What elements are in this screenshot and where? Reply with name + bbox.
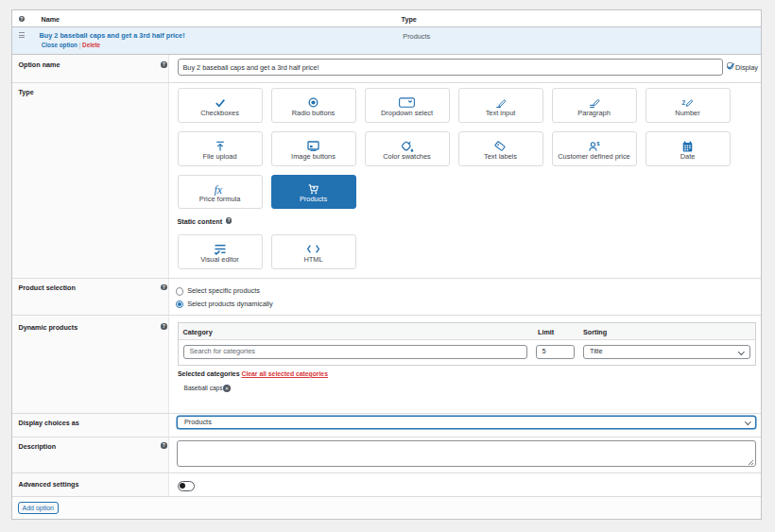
svg-text:2: 2 [682, 98, 686, 105]
svg-text:fx: fx [215, 183, 223, 196]
svg-text:$: $ [596, 141, 600, 146]
